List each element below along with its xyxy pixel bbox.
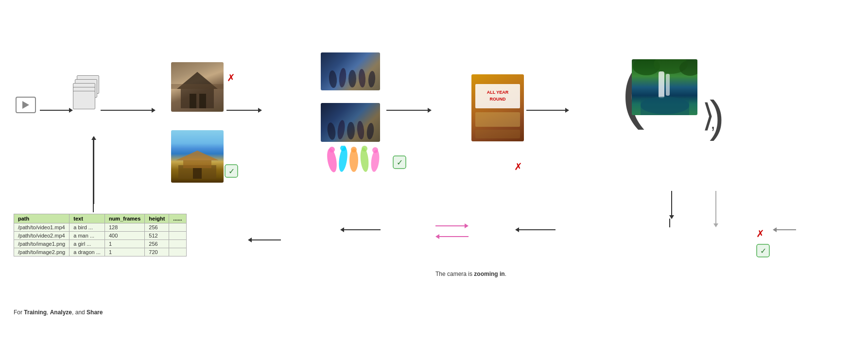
svg-rect-10: [193, 168, 202, 179]
svg-point-22: [366, 122, 374, 139]
svg-rect-46: [641, 98, 689, 115]
aesthetic-to-optical-arrow: [226, 108, 262, 113]
col-dots: ......: [169, 214, 186, 223]
svg-point-14: [338, 68, 347, 87]
optical-flow-figure: [320, 146, 385, 192]
camera-to-detect-arrow: [515, 227, 556, 232]
scene-cut-arrow: [40, 108, 73, 113]
pan-left-arrow: [435, 234, 469, 239]
cross-ocr: ✗: [514, 161, 522, 172]
data-table: path text num_frames height ...... /path…: [14, 214, 187, 256]
svg-point-18: [327, 122, 337, 140]
cross-match: ✗: [756, 228, 764, 239]
svg-rect-5: [199, 94, 206, 108]
svg-rect-38: [475, 112, 520, 127]
svg-rect-6: [171, 84, 224, 89]
svg-text:✓: ✓: [760, 247, 766, 255]
svg-point-16: [358, 69, 366, 88]
match-score-to-threshold: [669, 219, 670, 227]
svg-rect-43: [659, 71, 664, 98]
col-path: path: [14, 214, 69, 223]
check-match: ✓: [756, 244, 770, 259]
svg-text:ROUND: ROUND: [490, 97, 506, 102]
svg-point-30: [351, 147, 357, 153]
h-arrow-threshold: [773, 227, 796, 232]
svg-point-28: [329, 147, 335, 153]
refers-arrow-tip-up: [91, 136, 96, 140]
svg-rect-2: [181, 89, 214, 108]
svg-point-21: [356, 120, 365, 139]
additional-to-camera-arrow: [340, 227, 381, 232]
frame0-image: [321, 52, 380, 90]
check-good: ✓: [225, 164, 238, 179]
table-row: /path/to/image1.pnga girl ...1256: [14, 240, 187, 248]
col-text: text: [69, 214, 105, 223]
refers-arrow-up: [93, 138, 94, 204]
pan-right-arrow: [435, 223, 469, 228]
table-row: /path/to/video2.mp4a man ...400512: [14, 232, 187, 240]
caption-to-match-arrow: [669, 191, 674, 219]
ocr-image: ALL YEAR ROUND: [471, 74, 524, 141]
v-arrow-match: [715, 191, 716, 226]
waterfall-image: [632, 59, 697, 115]
svg-text:✓: ✓: [228, 167, 235, 175]
svg-point-20: [347, 122, 355, 139]
video-icon: [14, 95, 39, 115]
cross-bad: ✗: [227, 72, 235, 84]
clips-to-aesthetic-arrow: [101, 108, 156, 113]
aesthetic-bad-image: [171, 62, 224, 112]
svg-rect-35: [475, 84, 520, 108]
arrow-match-tip: [713, 223, 718, 227]
svg-marker-1: [22, 101, 29, 109]
svg-point-32: [372, 147, 378, 153]
svg-point-13: [328, 70, 337, 88]
svg-rect-8: [183, 160, 211, 168]
check-optical: ✓: [393, 155, 406, 170]
svg-point-17: [368, 71, 376, 88]
frame4-image: [321, 103, 380, 142]
svg-text:ALL YEAR: ALL YEAR: [487, 90, 509, 95]
svg-marker-9: [176, 151, 219, 160]
col-height: height: [145, 214, 169, 223]
comma-after-paren: ,: [711, 113, 715, 133]
table-to-additional-arrow: [248, 238, 281, 242]
col-numframes: num_frames: [104, 214, 144, 223]
svg-text:✓: ✓: [397, 158, 403, 167]
optical-to-ocr-arrow: [386, 108, 432, 113]
table-row: /path/to/image2.pnga dragon ...1720: [14, 248, 187, 256]
table-row: /path/to/video1.mp4a bird ...128256: [14, 223, 187, 232]
svg-point-31: [362, 146, 367, 152]
svg-point-19: [336, 119, 346, 140]
ocr-to-caption-arrow: [526, 108, 569, 113]
training-label: For Training, Analyze, and Share: [14, 309, 103, 316]
append-caption-text: The camera is zooming in.: [435, 271, 506, 277]
aesthetic-good-image: [171, 130, 224, 183]
svg-rect-44: [666, 74, 670, 96]
svg-rect-39: [475, 130, 520, 138]
svg-rect-4: [190, 94, 196, 108]
svg-point-15: [348, 70, 356, 87]
